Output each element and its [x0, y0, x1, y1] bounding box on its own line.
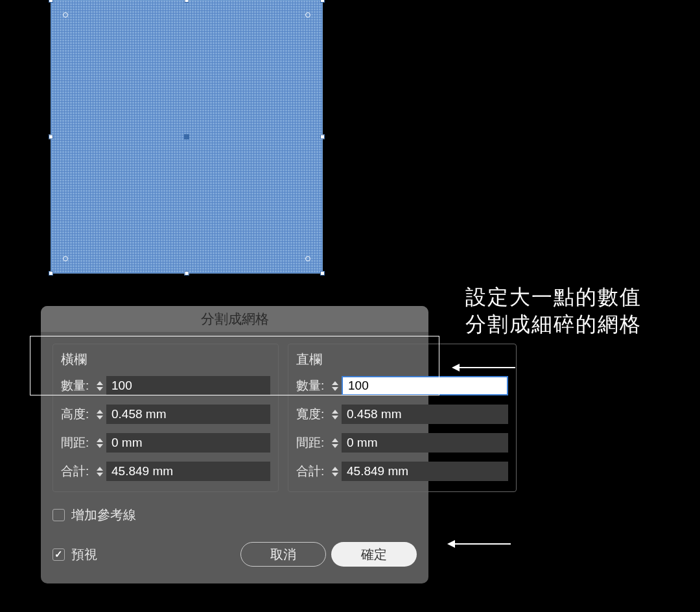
cols-width-label: 寬度:: [296, 406, 330, 423]
cols-count-input[interactable]: [342, 376, 508, 395]
selection-center-icon: [184, 134, 189, 139]
cols-width-input[interactable]: [342, 405, 508, 424]
rows-height-input[interactable]: [106, 405, 270, 424]
cols-count-stepper[interactable]: [330, 376, 340, 395]
cols-total-stepper[interactable]: [330, 462, 340, 481]
corner-widget-tl-icon[interactable]: [63, 12, 68, 18]
rows-total-label: 合計:: [61, 463, 95, 480]
columns-section: 直欄 數量: 寬度: 間距: 合計:: [288, 344, 517, 492]
split-into-grid-dialog: 分割成網格 橫欄 數量: 高度: 間距:: [41, 306, 428, 583]
cancel-button[interactable]: 取消: [240, 542, 326, 567]
rows-count-input[interactable]: [106, 376, 270, 395]
dialog-title: 分割成網格: [41, 306, 428, 332]
cols-count-label: 數量:: [296, 377, 330, 394]
resize-handle-ml[interactable]: [49, 135, 53, 139]
canvas-grid-object[interactable]: [51, 0, 323, 274]
resize-handle-mr[interactable]: [320, 135, 325, 139]
cols-gutter-label: 間距:: [296, 434, 330, 451]
rows-section: 橫欄 數量: 高度: 間距: 合計:: [52, 344, 279, 492]
resize-handle-tm[interactable]: [185, 0, 189, 3]
corner-widget-br-icon[interactable]: [305, 256, 310, 261]
resize-handle-br[interactable]: [320, 271, 325, 276]
preview-checkbox[interactable]: [52, 548, 65, 561]
cols-gutter-input[interactable]: [342, 433, 508, 453]
columns-section-title: 直欄: [296, 351, 508, 368]
cols-total-label: 合計:: [296, 463, 330, 480]
rows-count-label: 數量:: [61, 377, 95, 394]
annotation-line2: 分割成細碎的網格: [465, 311, 642, 338]
cols-total-input[interactable]: [342, 462, 508, 481]
annotation-line1: 設定大一點的數值: [465, 284, 642, 311]
ok-button[interactable]: 確定: [331, 542, 417, 567]
corner-widget-bl-icon[interactable]: [63, 256, 68, 261]
rows-gutter-stepper[interactable]: [95, 433, 105, 453]
add-guides-label: 增加參考線: [71, 506, 136, 524]
rows-total-input[interactable]: [106, 462, 270, 481]
rows-gutter-label: 間距:: [61, 434, 95, 451]
resize-handle-bm[interactable]: [185, 271, 189, 276]
rows-count-stepper[interactable]: [95, 376, 105, 395]
resize-handle-tl[interactable]: [49, 0, 53, 3]
rows-height-label: 高度:: [61, 406, 95, 423]
cols-width-stepper[interactable]: [330, 405, 340, 424]
rows-height-stepper[interactable]: [95, 405, 105, 424]
rows-section-title: 橫欄: [61, 351, 270, 368]
resize-handle-bl[interactable]: [49, 271, 53, 276]
corner-widget-tr-icon[interactable]: [305, 12, 310, 18]
add-guides-checkbox[interactable]: [52, 509, 65, 521]
preview-label: 預視: [71, 546, 97, 563]
annotation-arrow-icon: [453, 367, 515, 368]
annotation-arrow-icon: [449, 543, 511, 545]
resize-handle-tr[interactable]: [320, 0, 325, 3]
rows-total-stepper[interactable]: [95, 462, 105, 481]
cols-gutter-stepper[interactable]: [330, 433, 340, 453]
annotation-text: 設定大一點的數值 分割成細碎的網格: [465, 284, 642, 338]
rows-gutter-input[interactable]: [106, 433, 270, 453]
